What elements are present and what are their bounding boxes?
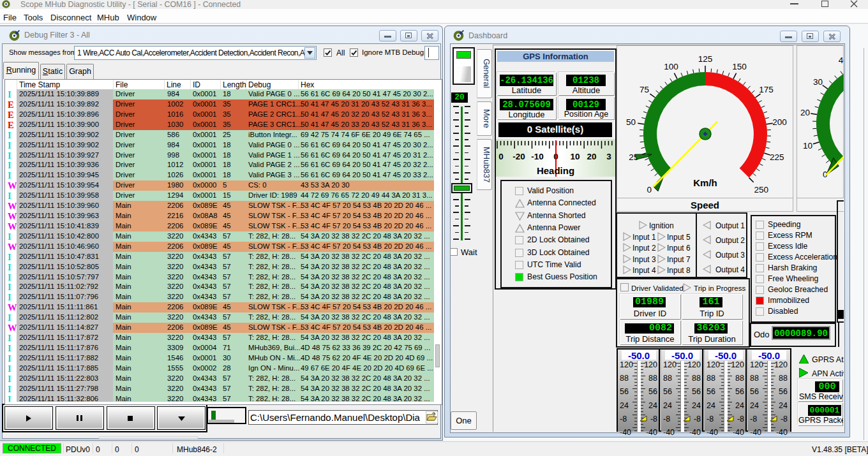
- svg-text:50: 50: [626, 117, 636, 127]
- svg-text:20: 20: [800, 108, 810, 117]
- svg-text:Km/h: Km/h: [693, 177, 717, 188]
- svg-text:-20: -20: [513, 152, 525, 161]
- svg-text:10: 10: [570, 152, 580, 161]
- svg-text:20: 20: [587, 152, 596, 161]
- svg-text:30: 30: [813, 77, 823, 87]
- svg-text:-10: -10: [531, 152, 544, 161]
- svg-text:0: 0: [498, 152, 504, 161]
- svg-text:200: 200: [772, 117, 787, 127]
- svg-text:125: 125: [698, 54, 713, 64]
- svg-text:3: 3: [606, 152, 611, 161]
- svg-text:150: 150: [732, 62, 747, 71]
- svg-text:250: 250: [754, 185, 768, 195]
- svg-text:40: 40: [839, 55, 844, 65]
- svg-text:175: 175: [759, 85, 774, 94]
- svg-text:75: 75: [640, 85, 649, 94]
- svg-text:100: 100: [664, 62, 678, 71]
- svg-text:10: 10: [803, 141, 812, 151]
- svg-text:225: 225: [770, 152, 784, 162]
- svg-text:0: 0: [647, 185, 652, 195]
